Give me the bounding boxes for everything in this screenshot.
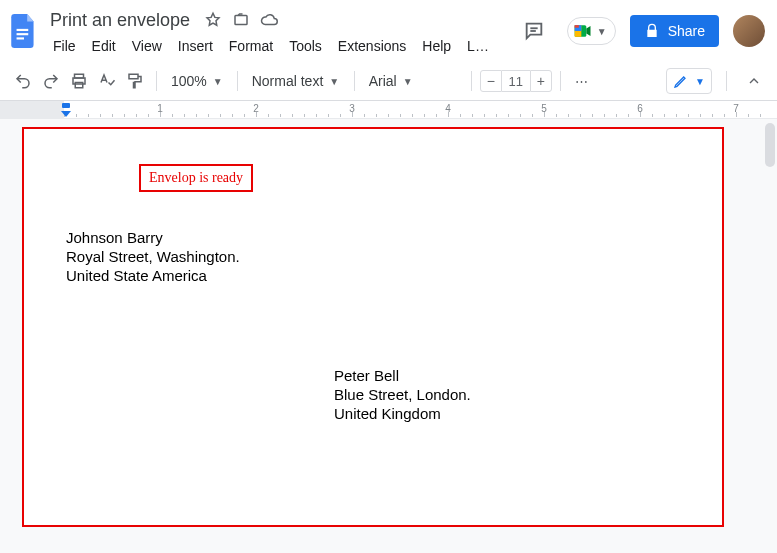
ruler-tick xyxy=(316,114,317,117)
ruler-tick xyxy=(304,114,305,117)
svg-rect-3 xyxy=(235,16,247,25)
ruler-tick xyxy=(484,114,485,117)
return-address-block[interactable]: Johnson Barry Royal Street, Washington. … xyxy=(66,229,240,285)
ruler-tick xyxy=(652,114,653,117)
to-street: Blue Street, London. xyxy=(334,386,471,405)
lock-icon xyxy=(644,23,660,39)
ruler-tick xyxy=(496,114,497,117)
ruler-tick xyxy=(628,114,629,117)
menu-last-edit[interactable]: L… xyxy=(460,36,496,56)
ruler-tick xyxy=(580,114,581,117)
menu-edit[interactable]: Edit xyxy=(85,36,123,56)
undo-button[interactable] xyxy=(10,68,36,94)
title-bar: Print an envelope File Edit View Insert … xyxy=(0,0,777,58)
ruler-tick xyxy=(640,112,641,117)
account-avatar[interactable] xyxy=(733,15,765,47)
paragraph-style-select[interactable]: Normal text ▼ xyxy=(246,68,346,94)
menu-insert[interactable]: Insert xyxy=(171,36,220,56)
docs-icon xyxy=(11,14,37,48)
comments-button[interactable] xyxy=(515,12,553,50)
menu-file[interactable]: File xyxy=(46,36,83,56)
hide-menus-button[interactable] xyxy=(741,68,767,94)
envelope-page[interactable]: Envelop is ready Johnson Barry Royal Str… xyxy=(22,127,724,527)
move-icon[interactable] xyxy=(232,11,250,29)
menu-extensions[interactable]: Extensions xyxy=(331,36,413,56)
more-icon: ⋯ xyxy=(575,74,588,89)
to-name: Peter Bell xyxy=(334,367,471,386)
ruler-tick xyxy=(724,114,725,117)
svg-rect-2 xyxy=(17,37,24,39)
star-icon[interactable] xyxy=(204,11,222,29)
ruler-tick xyxy=(244,114,245,117)
title-row: Print an envelope xyxy=(46,8,515,32)
share-label: Share xyxy=(668,23,705,39)
docs-logo[interactable] xyxy=(6,8,42,54)
ruler-tick xyxy=(184,114,185,117)
font-select[interactable]: Arial ▼ xyxy=(363,68,463,94)
font-size-decrease-button[interactable]: − xyxy=(480,70,502,92)
share-button[interactable]: Share xyxy=(630,15,719,47)
recipient-address-block[interactable]: Peter Bell Blue Street, London. United K… xyxy=(334,367,471,423)
paragraph-style-value: Normal text xyxy=(252,73,324,89)
editing-mode-button[interactable]: ▼ xyxy=(666,68,712,94)
horizontal-ruler[interactable]: 1234567 xyxy=(0,101,777,119)
ruler-tick xyxy=(712,114,713,117)
ruler-tick xyxy=(412,114,413,117)
ruler-tick xyxy=(592,114,593,117)
scrollbar-thumb[interactable] xyxy=(765,123,775,167)
print-button[interactable] xyxy=(66,68,92,94)
svg-rect-1 xyxy=(17,33,29,35)
menu-format[interactable]: Format xyxy=(222,36,280,56)
spellcheck-button[interactable] xyxy=(94,68,120,94)
ruler-tick xyxy=(148,114,149,117)
ruler-tick xyxy=(544,112,545,117)
vertical-scrollbar[interactable] xyxy=(765,123,775,553)
separator xyxy=(354,71,355,91)
document-canvas: Envelop is ready Johnson Barry Royal Str… xyxy=(0,119,777,553)
menu-help[interactable]: Help xyxy=(415,36,458,56)
ruler-tick xyxy=(280,114,281,117)
to-country: United Kingdom xyxy=(334,405,471,424)
ruler-tick xyxy=(256,112,257,117)
annotation-text: Envelop is ready xyxy=(149,170,243,185)
left-indent-marker[interactable] xyxy=(61,111,71,117)
redo-button[interactable] xyxy=(38,68,64,94)
ruler-tick xyxy=(76,114,77,117)
ruler-tick xyxy=(532,114,533,117)
separator xyxy=(237,71,238,91)
ruler-tick xyxy=(100,114,101,117)
ruler-tick xyxy=(112,114,113,117)
document-title[interactable]: Print an envelope xyxy=(46,9,194,32)
ruler-tick xyxy=(436,114,437,117)
ruler-tick xyxy=(676,114,677,117)
chevron-down-icon: ▼ xyxy=(329,76,339,87)
ruler-tick xyxy=(472,114,473,117)
ready-annotation: Envelop is ready xyxy=(139,164,253,192)
ruler-tick xyxy=(364,114,365,117)
chevron-up-icon xyxy=(746,73,762,89)
ruler-tick xyxy=(736,112,737,117)
ruler-tick xyxy=(196,114,197,117)
ruler-tick xyxy=(568,114,569,117)
meet-button[interactable]: ▼ xyxy=(567,17,616,45)
zoom-select[interactable]: 100% ▼ xyxy=(165,68,229,94)
ruler-tick xyxy=(268,114,269,117)
from-street: Royal Street, Washington. xyxy=(66,248,240,267)
font-size-value[interactable]: 11 xyxy=(502,70,530,92)
first-line-indent-marker[interactable] xyxy=(62,103,70,108)
font-size-increase-button[interactable]: + xyxy=(530,70,552,92)
ruler-tick xyxy=(604,114,605,117)
menu-view[interactable]: View xyxy=(125,36,169,56)
font-size-stepper: − 11 + xyxy=(480,70,552,92)
from-name: Johnson Barry xyxy=(66,229,240,248)
separator xyxy=(471,71,472,91)
menu-bar: File Edit View Insert Format Tools Exten… xyxy=(46,34,515,58)
ruler-tick xyxy=(88,114,89,117)
paint-format-button[interactable] xyxy=(122,68,148,94)
menu-tools[interactable]: Tools xyxy=(282,36,329,56)
ruler-tick xyxy=(460,114,461,117)
cloud-status-icon[interactable] xyxy=(260,11,278,29)
more-tools-button[interactable]: ⋯ xyxy=(569,68,595,94)
svg-rect-0 xyxy=(17,29,29,31)
ruler-tick xyxy=(388,114,389,117)
